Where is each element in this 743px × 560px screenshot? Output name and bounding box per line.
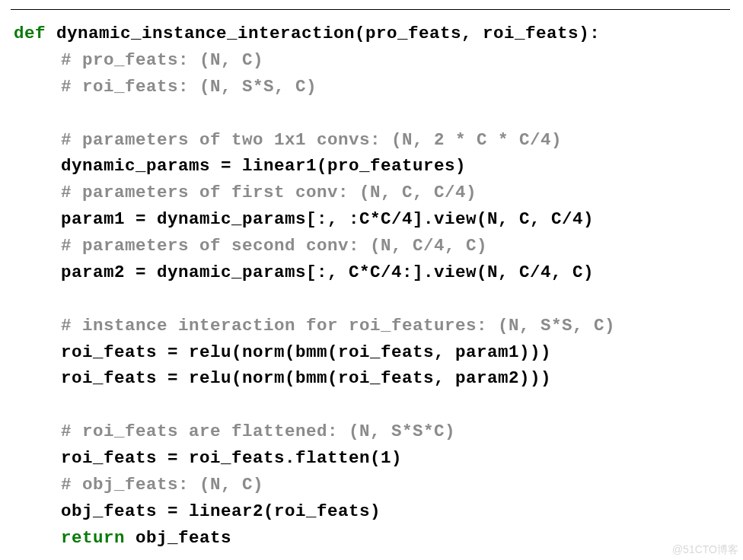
code-line: # parameters of second conv: (N, C/4, C) xyxy=(14,233,727,259)
code-line: def dynamic_instance_interaction(pro_fea… xyxy=(14,21,727,47)
code-line: # roi_feats: (N, S*S, C) xyxy=(14,74,727,100)
watermark: @51CTO博客 xyxy=(672,543,738,557)
code-line: # instance interaction for roi_features:… xyxy=(14,313,727,339)
comment: # roi_feats: (N, S*S, C) xyxy=(61,77,317,97)
code-text: roi_feats = relu(norm(bmm(roi_feats, par… xyxy=(61,368,551,388)
code-line: return obj_feats xyxy=(14,525,727,552)
comment: # roi_feats are flattened: (N, S*S*C) xyxy=(61,422,455,441)
comment: # pro_feats: (N, C) xyxy=(61,50,263,70)
code-line: obj_feats = linear2(roi_feats) xyxy=(14,498,727,525)
comment: # obj_feats: (N, C) xyxy=(61,475,263,495)
comment: # instance interaction for roi_features:… xyxy=(61,316,615,336)
code-line: roi_feats = roi_feats.flatten(1) xyxy=(14,445,727,472)
code-text: param2 = dynamic_params[:, C*C/4:].view(… xyxy=(61,262,594,282)
comment: # parameters of first conv: (N, C, C/4) xyxy=(61,183,477,202)
code-text: obj_feats = linear2(roi_feats) xyxy=(61,501,381,521)
code-line: roi_feats = relu(norm(bmm(roi_feats, par… xyxy=(14,365,727,392)
code-block: def dynamic_instance_interaction(pro_fea… xyxy=(11,9,730,560)
code-text: roi_feats = roi_feats.flatten(1) xyxy=(61,448,402,468)
code-line: roi_feats = relu(norm(bmm(roi_feats, par… xyxy=(14,339,727,366)
code-text: obj_feats xyxy=(125,528,231,548)
code-line: # roi_feats are flattened: (N, S*S*C) xyxy=(14,418,727,445)
code-line: param1 = dynamic_params[:, :C*C/4].view(… xyxy=(14,206,727,233)
code-line: # obj_feats: (N, C) xyxy=(14,472,727,498)
code-line: dynamic_params = linear1(pro_features) xyxy=(14,153,727,180)
comment: # parameters of two 1x1 convs: (N, 2 * C… xyxy=(61,130,562,150)
code-blank-line xyxy=(14,286,727,313)
code-text: roi_feats = relu(norm(bmm(roi_feats, par… xyxy=(61,342,551,362)
code-line: # pro_feats: (N, C) xyxy=(14,47,727,74)
code-line: # parameters of two 1x1 convs: (N, 2 * C… xyxy=(14,127,727,154)
comment: # parameters of second conv: (N, C/4, C) xyxy=(61,236,487,256)
code-text: dynamic_instance_interaction(pro_feats, … xyxy=(46,24,600,43)
keyword-def: def xyxy=(14,24,46,43)
code-line: param2 = dynamic_params[:, C*C/4:].view(… xyxy=(14,259,727,286)
code-line: # parameters of first conv: (N, C, C/4) xyxy=(14,180,727,206)
code-blank-line xyxy=(14,392,727,418)
code-text: param1 = dynamic_params[:, :C*C/4].view(… xyxy=(61,209,594,229)
code-blank-line xyxy=(14,100,727,127)
code-text: dynamic_params = linear1(pro_features) xyxy=(61,156,466,176)
keyword-return: return xyxy=(61,528,125,548)
